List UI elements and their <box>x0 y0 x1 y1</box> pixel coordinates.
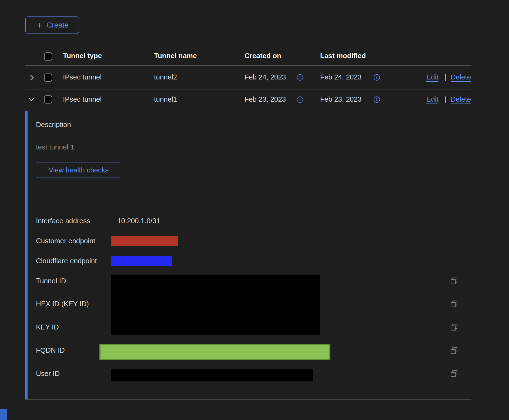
delete-link-tunnel2[interactable]: Delete <box>451 73 471 81</box>
plus-icon <box>36 21 43 29</box>
row-expander-tunnel2[interactable] <box>28 74 35 81</box>
ipsec-tunnels-page: Create Tunnel type Tunnel name Created o… <box>0 0 509 420</box>
created-on-info[interactable] <box>297 96 303 103</box>
customer-endpoint-label: Customer endpoint <box>36 237 95 245</box>
tunnel-type-cell: IPsec tunnel <box>63 95 102 104</box>
column-header-created-on: Created on <box>245 52 281 60</box>
copy-key-id-button[interactable] <box>450 323 459 332</box>
create-button[interactable]: Create <box>25 16 79 34</box>
create-button-label: Create <box>46 21 68 29</box>
copy-icon <box>450 323 459 332</box>
copy-icon <box>450 369 459 378</box>
user-id-label: User ID <box>36 369 60 378</box>
tunnel-type-cell: IPsec tunnel <box>63 73 102 81</box>
column-header-last-modified: Last modified <box>320 52 366 60</box>
chevron-down-icon <box>28 96 35 103</box>
view-health-checks-label: View health checks <box>49 166 109 174</box>
expanded-row-accent-bar <box>25 111 28 399</box>
copy-tunnel-id-button[interactable] <box>450 276 459 286</box>
action-separator: | <box>444 73 446 81</box>
last-modified-cell: Feb 24, 2023 <box>320 73 361 81</box>
column-header-tunnel-name: Tunnel name <box>154 52 197 60</box>
select-all-checkbox[interactable] <box>44 52 52 61</box>
created-on-cell: Feb 24, 2023 <box>245 73 286 81</box>
edit-link-tunnel1[interactable]: Edit <box>426 95 438 104</box>
info-icon <box>297 96 303 103</box>
copy-icon <box>450 346 459 355</box>
copy-icon <box>450 276 459 286</box>
last-modified-info[interactable] <box>373 74 380 81</box>
customer-endpoint-redacted-value <box>111 236 178 246</box>
key-id-label: KEY ID <box>36 323 59 331</box>
action-separator: | <box>444 95 446 104</box>
tunnel-name-cell: tunnel1 <box>154 95 177 104</box>
fqdn-id-redacted-value <box>99 344 330 360</box>
info-icon <box>373 96 380 103</box>
info-icon <box>373 74 380 81</box>
row-expander-tunnel1[interactable] <box>28 96 35 103</box>
detail-divider <box>36 200 471 200</box>
description-value: test tunnel 1 <box>36 143 74 151</box>
delete-link-tunnel1[interactable]: Delete <box>451 95 471 104</box>
edit-link-tunnel2[interactable]: Edit <box>426 73 438 81</box>
user-id-redacted-value <box>111 369 313 381</box>
copy-hex-id-button[interactable] <box>450 299 459 309</box>
interface-address-value: 10.200.1.0/31 <box>117 217 160 225</box>
info-icon <box>297 74 303 81</box>
row-checkbox-tunnel2[interactable] <box>44 74 52 82</box>
cloudflare-endpoint-redacted-value <box>111 256 172 266</box>
hex-id-label: HEX ID (KEY ID) <box>36 300 89 308</box>
row-checkbox-tunnel1[interactable] <box>44 95 52 104</box>
copy-user-id-button[interactable] <box>450 369 459 378</box>
header-divider <box>25 65 471 66</box>
chevron-right-icon <box>28 74 35 81</box>
view-health-checks-button[interactable]: View health checks <box>36 162 121 178</box>
last-modified-info[interactable] <box>373 96 380 103</box>
row-divider <box>25 89 471 89</box>
expanded-row-bottom-border <box>26 399 471 400</box>
tunnel-id-label: Tunnel ID <box>36 277 66 285</box>
copy-fqdn-id-button[interactable] <box>450 346 459 355</box>
bottom-left-accent-fragment <box>0 409 7 420</box>
created-on-info[interactable] <box>297 74 303 81</box>
tunnel-name-cell: tunnel2 <box>154 73 177 81</box>
created-on-cell: Feb 23, 2023 <box>245 95 286 104</box>
last-modified-cell: Feb 23, 2023 <box>320 95 361 104</box>
fqdn-id-label: FQDN ID <box>36 346 65 355</box>
cloudflare-endpoint-label: Cloudflare endpoint <box>36 257 97 265</box>
column-header-tunnel-type: Tunnel type <box>63 52 102 60</box>
copy-icon <box>450 299 459 309</box>
description-label: Description <box>36 121 71 129</box>
interface-address-label: Interface address <box>36 217 90 225</box>
ids-redacted-value <box>111 275 320 335</box>
